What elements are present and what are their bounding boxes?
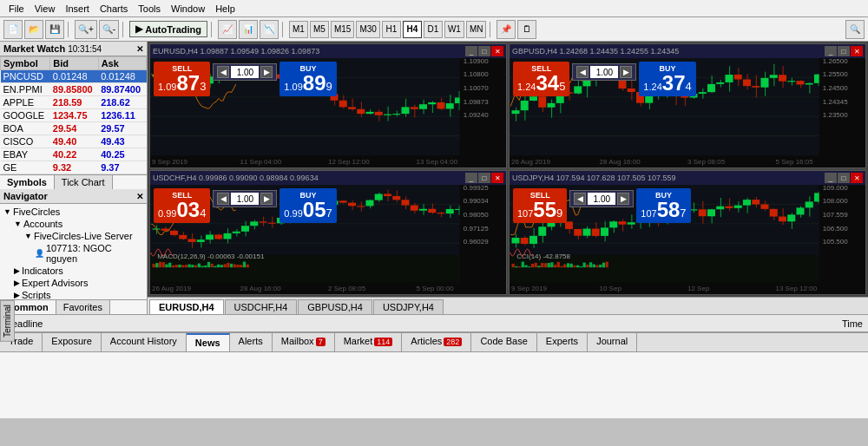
chart-close-eurusd[interactable]: ✕ [491, 46, 503, 56]
tf-m30[interactable]: M30 [356, 21, 379, 38]
bottom-tab-experts[interactable]: Experts [537, 333, 588, 351]
lot-up-usdjpy[interactable]: ▶ [617, 193, 629, 205]
template-btn[interactable]: 🗒 [517, 20, 536, 39]
save-btn[interactable]: 💾 [45, 20, 64, 39]
chart-minimize-gbpusd[interactable]: _ [825, 46, 837, 56]
lot-input-usdjpy[interactable] [588, 193, 615, 205]
zoom-in-btn[interactable]: 🔍+ [75, 20, 97, 39]
lot-down-usdchf[interactable]: ◀ [217, 193, 229, 205]
buy-btn-gbpusd[interactable]: BUY 1.24 374 [639, 62, 695, 96]
lot-down-usdjpy[interactable]: ◀ [574, 193, 586, 205]
nav-item-6[interactable]: ▶ Scripts [3, 289, 143, 299]
sell-btn-usdjpy[interactable]: SELL 107 559 [513, 188, 567, 223]
sell-btn-eurusd[interactable]: SELL 1.09 873 [154, 62, 210, 96]
new-chart-btn[interactable]: 📄 [3, 20, 23, 39]
menu-insert[interactable]: Insert [60, 2, 95, 16]
menu-file[interactable]: File [3, 2, 30, 16]
bottom-tab-market[interactable]: Market114 [335, 333, 403, 351]
menu-help[interactable]: Help [210, 2, 240, 16]
navigator-close[interactable]: ✕ [136, 192, 143, 201]
buy-btn-usdjpy[interactable]: BUY 107 587 [636, 188, 690, 223]
sell-btn-usdchf[interactable]: SELL 0.99 034 [154, 188, 210, 223]
market-watch-row[interactable]: GOOGLE1234.751236.11 [1, 109, 147, 122]
bottom-tab-journal[interactable]: Journal [588, 333, 637, 351]
chart-maximize-gbpusd[interactable]: □ [838, 46, 850, 56]
tf-m1[interactable]: M1 [289, 21, 308, 38]
svg-rect-246 [411, 206, 418, 211]
nav-item-1[interactable]: ▼ Accounts [3, 218, 143, 230]
indicator-btn[interactable]: 📌 [496, 20, 516, 39]
chart-close-gbpusd[interactable]: ✕ [851, 46, 863, 56]
bottom-tab-alerts[interactable]: Alerts [230, 333, 273, 351]
nav-item-2[interactable]: ▼ FiveCircles-Live Server [3, 230, 143, 242]
buy-btn-eurusd[interactable]: BUY 1.09 899 [279, 62, 336, 96]
tf-w1[interactable]: W1 [444, 21, 464, 38]
market-watch-close[interactable]: ✕ [136, 44, 143, 54]
lot-input-gbpusd[interactable] [590, 66, 618, 78]
auto-trading-btn[interactable]: ▶ AutoTrading [129, 21, 207, 37]
menu-window[interactable]: Window [166, 2, 210, 16]
chart-tab-eurusdh4[interactable]: EURUSD,H4 [149, 299, 224, 314]
bottom-tab-news[interactable]: News [187, 333, 230, 351]
chart-maximize-usdchf[interactable]: □ [478, 173, 490, 183]
bottom-tab-exposure[interactable]: Exposure [43, 333, 101, 351]
open-btn[interactable]: 📂 [24, 20, 43, 39]
chart-tab-usdjpyh4[interactable]: USDJPY,H4 [373, 299, 444, 314]
tf-d1[interactable]: D1 [424, 21, 443, 38]
tf-mn[interactable]: MN [466, 21, 487, 38]
time-label-eurusd: 13 Sep 04:00 [417, 158, 505, 166]
tf-m5[interactable]: M5 [310, 21, 329, 38]
market-watch-row[interactable]: CISCO49.4049.43 [1, 135, 147, 148]
terminal-label[interactable]: Terminal [0, 300, 15, 342]
chart-btn3[interactable]: 📉 [260, 20, 279, 39]
nav-item-4[interactable]: ▶ Indicators [3, 265, 143, 277]
chart-maximize-eurusd[interactable]: □ [478, 46, 490, 56]
bottom-tab-mailbox[interactable]: Mailbox7 [273, 333, 335, 351]
svg-rect-301 [236, 265, 239, 267]
lot-down-eurusd[interactable]: ◀ [217, 66, 229, 78]
market-watch-row[interactable]: APPLE218.59218.62 [1, 96, 147, 109]
svg-rect-425 [599, 265, 602, 267]
bottom-tab-articles[interactable]: Articles282 [402, 333, 471, 351]
nav-item-5[interactable]: ▶ Expert Advisors [3, 277, 143, 289]
market-watch-row[interactable]: BOA29.5429.57 [1, 122, 147, 135]
chart-btn2[interactable]: 📊 [239, 20, 258, 39]
lot-input-usdchf[interactable] [231, 193, 259, 205]
chart-close-usdjpy[interactable]: ✕ [851, 173, 863, 183]
tf-h4[interactable]: H4 [403, 21, 422, 38]
chart-close-usdchf[interactable]: ✕ [491, 173, 503, 183]
zoom-out-btn[interactable]: 🔍- [99, 20, 119, 39]
chart-minimize-usdjpy[interactable]: _ [825, 173, 837, 183]
tf-m15[interactable]: M15 [331, 21, 354, 38]
market-watch-row[interactable]: PNCUSD0.012480.01248 [1, 70, 147, 83]
lot-up-gbpusd[interactable]: ▶ [620, 66, 632, 78]
bottom-tab-codebase[interactable]: Code Base [471, 333, 536, 351]
market-watch-row[interactable]: EBAY40.2240.25 [1, 148, 147, 161]
chart-maximize-usdjpy[interactable]: □ [838, 173, 850, 183]
nav-item-3[interactable]: 👤 107713: NGOC nguyen [3, 242, 143, 265]
charts-container: EURUSD,H4 1.09887 1.09549 1.09826 1.0987… [148, 42, 868, 314]
menu-tools[interactable]: Tools [133, 2, 166, 16]
mw-tab-symbols[interactable]: Symbols [0, 175, 55, 189]
market-watch-row[interactable]: EN.PPMI89.8580089.87400 [1, 83, 147, 96]
lot-up-eurusd[interactable]: ▶ [260, 66, 273, 78]
lot-down-gbpusd[interactable]: ◀ [576, 66, 589, 78]
menu-charts[interactable]: Charts [95, 2, 133, 16]
tf-h1[interactable]: H1 [382, 21, 401, 38]
chart-tab-gbpusdh4[interactable]: GBPUSD,H4 [298, 299, 372, 314]
buy-btn-usdchf[interactable]: BUY 0.99 057 [279, 188, 336, 223]
nav-tab-favorites[interactable]: Favorites [56, 300, 110, 314]
sell-btn-gbpusd[interactable]: SELL 1.24 345 [513, 62, 569, 96]
chart-btn1[interactable]: 📈 [218, 20, 237, 39]
lot-up-usdchf[interactable]: ▶ [260, 193, 273, 205]
chart-minimize-eurusd[interactable]: _ [465, 46, 477, 56]
chart-tab-usdchfh4[interactable]: USDCHF,H4 [225, 299, 298, 314]
nav-item-0[interactable]: ▼ FiveCircles [3, 206, 143, 218]
lot-input-eurusd[interactable] [231, 66, 259, 78]
search-btn[interactable]: 🔍 [845, 20, 865, 39]
market-watch-row[interactable]: GE9.329.37 [1, 161, 147, 174]
bottom-tab-accounthistory[interactable]: Account History [102, 333, 187, 351]
menu-view[interactable]: View [30, 2, 61, 16]
chart-minimize-usdchf[interactable]: _ [465, 173, 477, 183]
mw-tab-tick[interactable]: Tick Chart [55, 175, 113, 189]
